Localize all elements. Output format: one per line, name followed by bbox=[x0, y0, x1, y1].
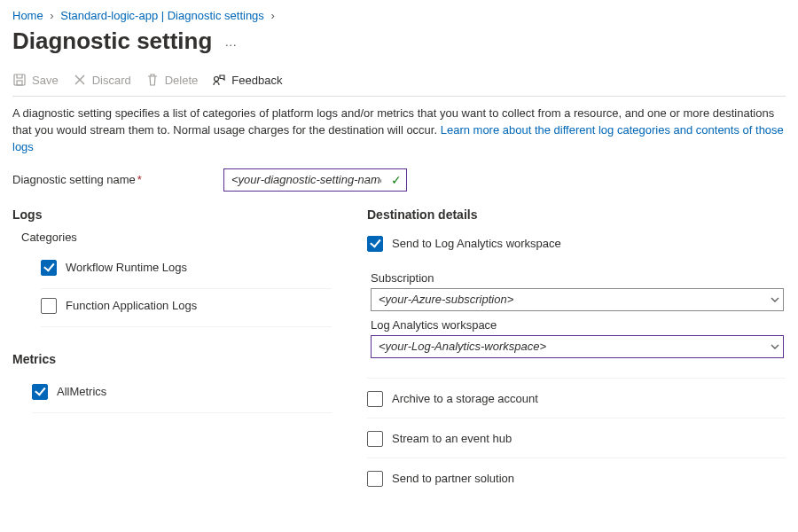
breadcrumb: Home › Standard-logic-app | Diagnostic s… bbox=[12, 9, 786, 22]
destination-row: Send to partner solution bbox=[367, 458, 786, 497]
trash-icon bbox=[145, 73, 160, 87]
discard-button[interactable]: Discard bbox=[73, 73, 131, 87]
discard-label: Discard bbox=[92, 74, 131, 87]
chevron-right-icon: › bbox=[270, 9, 274, 22]
setting-name-input[interactable] bbox=[223, 168, 407, 192]
destination-row: Stream to an event hub bbox=[367, 419, 786, 458]
save-label: Save bbox=[32, 74, 59, 87]
destination-heading: Destination details bbox=[367, 207, 786, 222]
logs-heading: Logs bbox=[12, 207, 332, 222]
chevron-down-icon bbox=[770, 294, 780, 305]
allmetrics-label[interactable]: AllMetrics bbox=[57, 385, 106, 398]
feedback-label: Feedback bbox=[231, 74, 282, 87]
allmetrics-checkbox[interactable] bbox=[32, 384, 48, 400]
save-icon bbox=[12, 73, 27, 87]
categories-heading: Categories bbox=[21, 231, 332, 244]
toolbar: Save Discard Delete Feedback bbox=[12, 67, 786, 97]
description-text: A diagnostic setting specifies a list of… bbox=[12, 106, 784, 156]
delete-button[interactable]: Delete bbox=[145, 73, 199, 87]
delete-label: Delete bbox=[165, 74, 199, 87]
setting-name-label-text: Diagnostic setting name bbox=[12, 173, 136, 186]
send-law-checkbox[interactable] bbox=[367, 236, 383, 252]
workflow-runtime-logs-checkbox[interactable] bbox=[41, 260, 57, 276]
svg-point-2 bbox=[215, 77, 219, 82]
chevron-right-icon: › bbox=[50, 9, 53, 22]
law-config-block: Subscription <your-Azure-subscription> L… bbox=[367, 257, 786, 379]
subscription-value: <your-Azure-subscription> bbox=[379, 293, 513, 306]
partner-solution-checkbox[interactable] bbox=[367, 471, 383, 487]
setting-name-label: Diagnostic setting name* bbox=[12, 173, 215, 186]
feedback-icon bbox=[212, 73, 226, 87]
check-icon: ✓ bbox=[391, 173, 402, 187]
stream-eventhub-checkbox[interactable] bbox=[367, 431, 383, 447]
workflow-runtime-logs-label[interactable]: Workflow Runtime Logs bbox=[66, 261, 187, 274]
breadcrumb-home[interactable]: Home bbox=[12, 9, 43, 22]
close-icon bbox=[73, 73, 87, 87]
archive-storage-checkbox[interactable] bbox=[367, 391, 383, 407]
log-category-row: Function Application Logs bbox=[41, 289, 332, 327]
function-application-logs-label[interactable]: Function Application Logs bbox=[66, 299, 197, 312]
breadcrumb-app[interactable]: Standard-logic-app | Diagnostic settings bbox=[60, 9, 264, 22]
function-application-logs-checkbox[interactable] bbox=[41, 298, 57, 314]
page-title: Diagnostic setting bbox=[12, 27, 212, 55]
destination-row: Archive to a storage account bbox=[367, 379, 786, 419]
destination-row: Send to Log Analytics workspace bbox=[367, 231, 786, 257]
partner-solution-label[interactable]: Send to partner solution bbox=[392, 472, 514, 485]
svg-rect-0 bbox=[14, 74, 25, 85]
required-asterisk: * bbox=[137, 173, 142, 186]
more-actions-button[interactable]: … bbox=[224, 35, 239, 59]
setting-name-row: Diagnostic setting name* ✓ bbox=[12, 168, 786, 192]
workspace-label: Log Analytics workspace bbox=[371, 318, 786, 332]
stream-eventhub-label[interactable]: Stream to an event hub bbox=[392, 432, 512, 445]
workspace-select[interactable]: <your-Log-Analytics-workspace> bbox=[371, 335, 784, 358]
log-category-row: Workflow Runtime Logs bbox=[41, 251, 332, 289]
send-law-label[interactable]: Send to Log Analytics workspace bbox=[392, 237, 561, 250]
archive-storage-label[interactable]: Archive to a storage account bbox=[392, 392, 538, 405]
workspace-value: <your-Log-Analytics-workspace> bbox=[379, 340, 546, 353]
save-button[interactable]: Save bbox=[12, 73, 59, 87]
subscription-label: Subscription bbox=[371, 271, 786, 285]
svg-rect-1 bbox=[17, 81, 22, 85]
metric-row: AllMetrics bbox=[32, 375, 332, 413]
chevron-down-icon bbox=[770, 341, 780, 352]
feedback-button[interactable]: Feedback bbox=[212, 73, 282, 87]
subscription-select[interactable]: <your-Azure-subscription> bbox=[371, 288, 784, 311]
metrics-heading: Metrics bbox=[12, 352, 332, 366]
